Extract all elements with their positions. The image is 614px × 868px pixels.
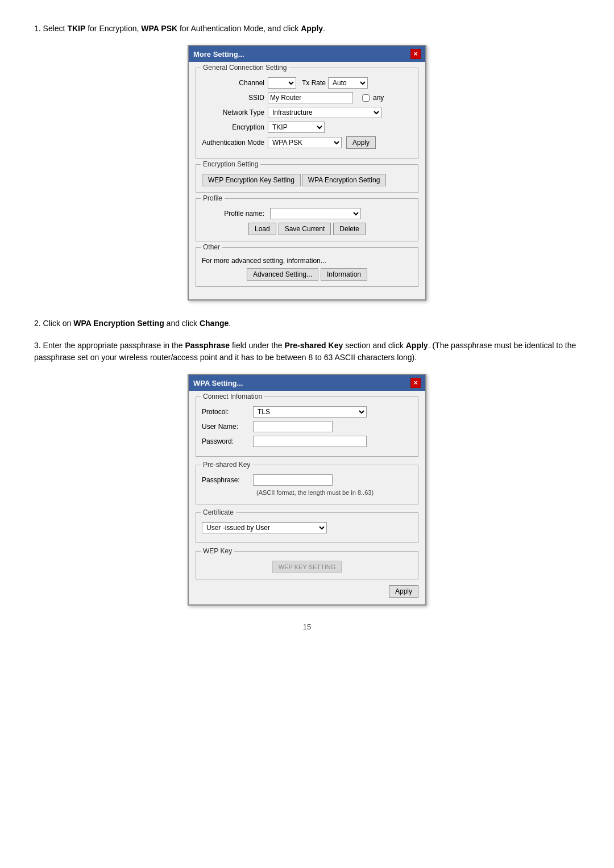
username-row: User Name: <box>202 421 412 432</box>
step2-text2: . <box>229 319 231 328</box>
advanced-setting-button[interactable]: Advanced Setting... <box>247 268 318 281</box>
pre-shared-key-label: Pre-shared Key <box>201 461 252 469</box>
step3-bold1: Passphrase <box>185 341 230 350</box>
passphrase-note: (ASCII format, the length must be in 8..… <box>256 489 412 496</box>
encryption-tabs: WEP Encryption Key Setting WPA Encryptio… <box>202 174 412 186</box>
tx-rate-label: Tx Rate <box>302 79 326 87</box>
ssid-input[interactable] <box>268 92 353 103</box>
username-input[interactable] <box>253 421 333 432</box>
profile-name-label: Profile name: <box>202 210 264 218</box>
more-setting-body: General Connection Setting Channel Tx Ra… <box>189 62 425 299</box>
pre-shared-key-section: Pre-shared Key Passphrase: (ASCII format… <box>196 465 418 504</box>
general-connection-label: General Connection Setting <box>201 64 289 72</box>
advanced-info-row: Advanced Setting... Information <box>202 268 412 281</box>
profile-btn-row: Load Save Current Delete <box>202 223 412 235</box>
save-current-button[interactable]: Save Current <box>279 223 331 235</box>
step3-instruction: 3. Enter the appropriate passphrase in t… <box>34 340 580 364</box>
encryption-setting-section: Encryption Setting WEP Encryption Key Se… <box>196 164 418 193</box>
other-section: Other For more advanced setting, informa… <box>196 247 418 287</box>
wep-tab-button[interactable]: WEP Encryption Key Setting <box>202 174 301 186</box>
network-type-row: Network Type Infrastructure <box>202 107 412 118</box>
any-label: any <box>373 94 384 102</box>
step1-text-pre: 1. Select <box>34 24 67 33</box>
step2-text-pre: 2. Click on <box>34 319 73 328</box>
step1-bold1: TKIP <box>67 24 85 33</box>
general-connection-section: General Connection Setting Channel Tx Ra… <box>196 68 418 158</box>
profile-section-label: Profile <box>201 194 225 202</box>
network-type-label: Network Type <box>202 108 264 116</box>
ssid-label: SSID <box>202 94 264 102</box>
network-type-select[interactable]: Infrastructure <box>268 107 381 118</box>
more-setting-close-button[interactable]: × <box>410 49 421 59</box>
connect-info-section: Connect Infomation Protocol: TLS User Na… <box>196 397 418 457</box>
general-apply-button[interactable]: Apply <box>346 136 376 149</box>
other-description: For more advanced setting, information..… <box>202 257 412 265</box>
wpa-apply-button[interactable]: Apply <box>389 585 418 598</box>
profile-name-row: Profile name: <box>202 208 412 219</box>
other-section-label: Other <box>201 243 222 251</box>
ssid-row: SSID any <box>202 92 412 103</box>
protocol-label: Protocol: <box>202 408 253 416</box>
auth-mode-select[interactable]: WPA PSK <box>268 137 342 148</box>
step3-bold3: Apply <box>406 341 428 350</box>
profile-name-select[interactable] <box>270 208 361 219</box>
step3-text-pre: 3. Enter the appropriate passphrase in t… <box>34 341 185 350</box>
wep-key-section: WEP Key WEP KEY SETTING <box>196 551 418 579</box>
encryption-label: Encryption <box>202 123 264 131</box>
channel-row: Channel Tx Rate Auto <box>202 77 412 89</box>
wpa-setting-dialog: WPA Setting... × Connect Infomation Prot… <box>188 374 426 606</box>
step1-instruction: 1. Select TKIP for Encryption, WPA PSK f… <box>34 23 580 35</box>
step3-text2: section and click <box>343 341 406 350</box>
step3-bold2: Pre-shared Key <box>285 341 343 350</box>
encryption-select[interactable]: TKIP <box>268 122 325 133</box>
wpa-tab-button[interactable]: WPA Encryption Setting <box>302 174 387 186</box>
more-setting-dialog: More Setting... × General Connection Set… <box>188 45 426 301</box>
load-button[interactable]: Load <box>248 223 276 235</box>
certificate-select[interactable]: User -issued by User <box>202 522 327 533</box>
wep-key-btn-row: WEP KEY SETTING <box>202 561 412 573</box>
step2-instruction: 2. Click on WPA Encryption Setting and c… <box>34 318 580 329</box>
step1-bold3: Apply <box>301 24 323 33</box>
channel-select[interactable] <box>268 77 296 89</box>
protocol-select[interactable]: TLS <box>253 406 367 418</box>
wpa-setting-titlebar: WPA Setting... × <box>189 375 425 391</box>
profile-section: Profile Profile name: Load Save Current … <box>196 198 418 241</box>
wpa-setting-body: Connect Infomation Protocol: TLS User Na… <box>189 391 425 604</box>
wpa-apply-row: Apply <box>196 585 418 598</box>
certificate-label: Certificate <box>201 508 236 516</box>
step1-bold2: WPA PSK <box>141 24 177 33</box>
step1-text2: for Authentication Mode, and click <box>177 24 301 33</box>
encryption-setting-label: Encryption Setting <box>201 160 260 168</box>
wpa-setting-title: WPA Setting... <box>193 379 243 387</box>
password-input[interactable] <box>253 436 367 447</box>
step3-text1: field under the <box>230 341 285 350</box>
protocol-row: Protocol: TLS <box>202 406 412 418</box>
certificate-section: Certificate User -issued by User <box>196 512 418 543</box>
more-setting-title: More Setting... <box>193 50 244 59</box>
certificate-row: User -issued by User <box>202 522 412 533</box>
any-checkbox[interactable] <box>362 94 370 102</box>
channel-label: Channel <box>202 79 264 87</box>
delete-button[interactable]: Delete <box>333 223 366 235</box>
step2-bold1: WPA Encryption Setting <box>73 319 164 328</box>
passphrase-label: Passphrase: <box>202 476 253 484</box>
step1-text1: for Encryption, <box>85 24 141 33</box>
auth-mode-row: Authentication Mode WPA PSK Apply <box>202 136 412 149</box>
page-number: 15 <box>34 623 580 631</box>
username-label: User Name: <box>202 423 253 431</box>
information-button[interactable]: Information <box>321 268 367 281</box>
password-row: Password: <box>202 436 412 447</box>
tx-rate-select[interactable]: Auto <box>328 77 368 89</box>
passphrase-row: Passphrase: <box>202 474 412 486</box>
connect-info-label: Connect Infomation <box>201 393 264 400</box>
step2-text1: and click <box>164 319 200 328</box>
passphrase-input[interactable] <box>253 474 333 486</box>
encryption-row: Encryption TKIP <box>202 122 412 133</box>
password-label: Password: <box>202 437 253 445</box>
wep-key-setting-button[interactable]: WEP KEY SETTING <box>272 561 342 573</box>
step2-bold2: Change <box>200 319 229 328</box>
step1-text3: . <box>323 24 325 33</box>
wep-key-label: WEP Key <box>201 547 234 555</box>
wpa-setting-close-button[interactable]: × <box>410 378 421 388</box>
more-setting-titlebar: More Setting... × <box>189 46 425 62</box>
